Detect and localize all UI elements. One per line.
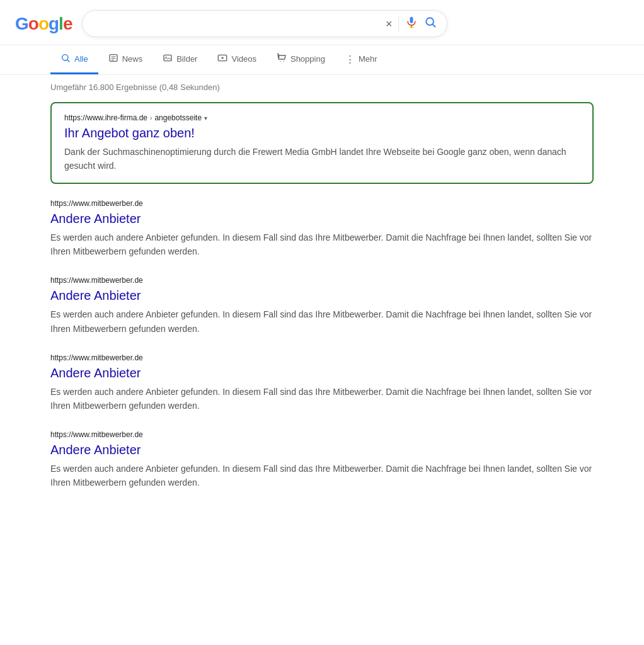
tab-alle[interactable]: Alle [50,45,98,74]
result-description-1: Es werden auch andere Anbieter gefunden.… [50,307,594,335]
result-url-2: https://www.mitbewerber.de [50,353,594,362]
shopping-tab-icon [277,53,287,65]
result-title-1[interactable]: Andere Anbieter [50,287,594,304]
result-description-3: Es werden auch andere Anbieter gefunden.… [50,462,594,489]
result-description-2: Es werden auch andere Anbieter gefunden.… [50,385,594,413]
result-url-3: https://www.mitbewerber.de [50,430,594,439]
tab-shopping-label: Shopping [290,54,325,64]
tab-shopping[interactable]: Shopping [267,45,335,74]
tab-news[interactable]: News [98,45,153,74]
bilder-tab-icon [163,53,173,65]
results-info: Umgefähr 16.800 Ergebnisse (0,48 Sekunde… [0,75,644,97]
featured-url-text: https://www.ihre-firma.de [64,113,147,122]
mehr-tab-icon: ⋮ [345,54,355,65]
tab-videos-label: Videos [231,54,256,64]
news-tab-icon [108,53,118,65]
svg-line-6 [67,60,69,62]
clear-button[interactable]: × [386,18,393,30]
search-bar-icons: × [386,16,437,31]
featured-description: Dank der Suchmaschinenoptimierung durch … [64,145,580,173]
header: Google Ihr Angebot wird gesucht × [0,0,644,45]
result-description-0: Es werden auch andere Anbieter gefunden.… [50,231,594,258]
result-url-0: https://www.mitbewerber.de [50,199,594,208]
result-item-1: https://www.mitbewerber.de Andere Anbiet… [50,276,594,335]
tab-news-label: News [122,54,143,64]
svg-line-4 [433,25,435,27]
tab-bilder-label: Bilder [176,54,197,64]
result-title-3[interactable]: Andere Anbieter [50,442,594,458]
mic-icon[interactable] [405,16,418,31]
tab-mehr-label: Mehr [359,54,377,64]
search-submit-icon[interactable] [424,16,437,31]
breadcrumb-separator: › [150,115,152,122]
result-url-text-2: https://www.mitbewerber.de [50,353,143,362]
featured-breadcrumb: angebotsseite [154,113,202,122]
search-tab-icon [60,53,71,65]
svg-rect-0 [410,17,413,23]
result-url-1: https://www.mitbewerber.de [50,276,594,285]
featured-url: https://www.ihre-firma.de › angebotsseit… [64,113,580,122]
result-title-2[interactable]: Andere Anbieter [50,365,594,381]
result-item-3: https://www.mitbewerber.de Andere Anbiet… [50,430,594,489]
featured-title[interactable]: Ihr Angebot ganz oben! [64,125,580,141]
result-item-2: https://www.mitbewerber.de Andere Anbiet… [50,353,594,413]
svg-rect-11 [164,55,171,60]
svg-marker-14 [222,57,224,59]
svg-point-15 [280,61,280,62]
nav-tabs: Alle News Bilder [0,45,644,75]
search-bar: Ihr Angebot wird gesucht × [82,10,447,37]
svg-point-16 [284,61,284,62]
google-logo: Google [15,14,72,34]
videos-tab-icon [217,53,227,65]
result-url-text-1: https://www.mitbewerber.de [50,276,143,285]
featured-result: https://www.ihre-firma.de › angebotsseit… [50,102,594,184]
tab-mehr[interactable]: ⋮ Mehr [335,46,388,74]
tab-alle-label: Alle [74,54,88,64]
url-dropdown-icon[interactable]: ▾ [204,115,207,122]
search-input[interactable]: Ihr Angebot wird gesucht [93,18,380,30]
result-url-text-3: https://www.mitbewerber.de [50,430,143,439]
result-url-text-0: https://www.mitbewerber.de [50,199,143,208]
divider [398,16,399,31]
result-title-0[interactable]: Andere Anbieter [50,210,594,227]
tab-videos[interactable]: Videos [207,45,267,74]
results-area: https://www.ihre-firma.de › angebotsseit… [0,97,644,512]
tab-bilder[interactable]: Bilder [152,45,207,74]
results-count-text: Umgefähr 16.800 Ergebnisse (0,48 Sekunde… [50,83,220,92]
result-item-0: https://www.mitbewerber.de Andere Anbiet… [50,199,594,258]
